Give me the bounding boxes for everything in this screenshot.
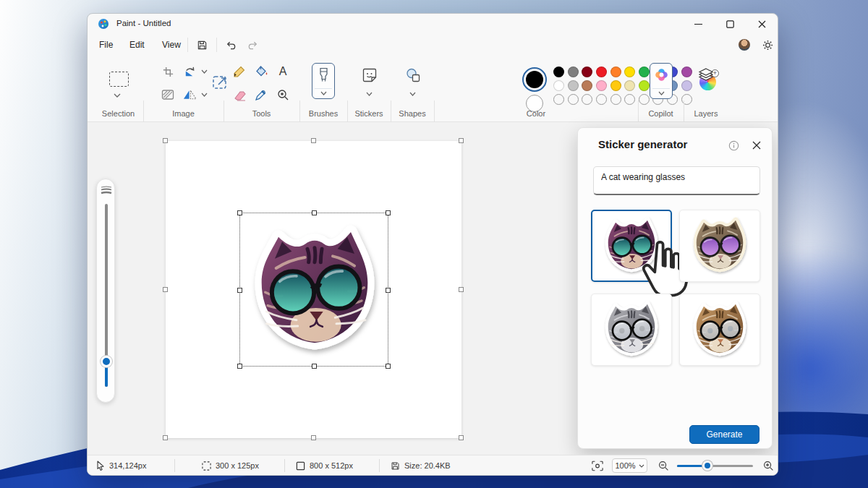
group-brushes: Brushes <box>299 56 347 122</box>
paint-window: Paint - Untitled File Edit View <box>87 13 778 476</box>
file-size-icon <box>391 461 400 471</box>
selection-handle-top-middle[interactable] <box>312 210 317 215</box>
zoom-slider-thumb[interactable] <box>702 461 712 471</box>
account-button[interactable] <box>736 37 753 53</box>
selection-handle-bottom-right[interactable] <box>386 364 391 369</box>
file-size-value: Size: 20.4KB <box>404 461 451 470</box>
group-image: Image <box>143 56 224 122</box>
copilot-chevron-icon[interactable] <box>658 91 665 95</box>
crop-button[interactable] <box>159 63 176 80</box>
zoom-out-button[interactable] <box>658 455 669 476</box>
selection-handle-bottom-left[interactable] <box>237 364 242 369</box>
canvas-handle-bottom-right[interactable] <box>459 435 464 440</box>
selection-chevron-icon[interactable] <box>114 93 121 98</box>
canvas-handle-top-middle[interactable] <box>311 138 316 143</box>
palette-swatch[interactable] <box>553 80 564 91</box>
palette-empty-slot[interactable] <box>553 94 564 105</box>
palette-swatch[interactable] <box>568 67 579 77</box>
selection-tool-button[interactable] <box>104 69 133 89</box>
generate-button[interactable]: Generate <box>689 425 760 444</box>
layers-button[interactable] <box>697 66 715 85</box>
canvas-handle-top-left[interactable] <box>163 138 168 143</box>
canvas-handle-bottom-middle[interactable] <box>311 435 316 440</box>
flip-button[interactable] <box>181 86 198 103</box>
maximize-button[interactable] <box>714 14 746 34</box>
palette-empty-slot[interactable] <box>568 94 579 105</box>
undo-button[interactable] <box>222 37 239 53</box>
pencil-button[interactable] <box>231 63 248 80</box>
selection-handle-top-left[interactable] <box>237 210 242 215</box>
title-bar[interactable]: Paint - Untitled <box>88 14 778 34</box>
palette-swatch[interactable] <box>568 80 579 91</box>
menu-edit[interactable]: Edit <box>122 36 152 53</box>
size-slider-thumb[interactable] <box>101 356 112 367</box>
selection-handle-bottom-middle[interactable] <box>312 364 317 369</box>
palette-empty-slot[interactable] <box>624 94 635 105</box>
palette-swatch[interactable] <box>553 67 564 77</box>
menu-view[interactable]: View <box>155 36 188 53</box>
canvas-handle-middle-right[interactable] <box>459 287 464 292</box>
magnifier-button[interactable] <box>274 86 292 103</box>
menu-file[interactable]: File <box>92 36 120 53</box>
eraser-button[interactable] <box>231 86 248 103</box>
text-tool-button[interactable]: A <box>274 63 292 80</box>
palette-empty-slot[interactable] <box>610 94 621 105</box>
foreground-color-swatch[interactable] <box>526 71 543 88</box>
selection-handle-middle-left[interactable] <box>237 288 242 293</box>
remove-background-button[interactable] <box>159 86 176 103</box>
close-button[interactable] <box>746 14 778 34</box>
selection-handle-top-right[interactable] <box>386 210 391 215</box>
rotate-button[interactable] <box>181 63 198 80</box>
copilot-button[interactable] <box>650 63 673 99</box>
settings-button[interactable] <box>759 37 776 53</box>
stickers-button[interactable] <box>360 66 379 85</box>
zoom-level-dropdown[interactable]: 100% <box>612 458 647 473</box>
zoom-in-button[interactable] <box>763 455 774 476</box>
palette-swatch[interactable] <box>596 80 607 91</box>
eyedropper-button[interactable] <box>252 86 270 103</box>
fill-button[interactable] <box>252 63 270 80</box>
group-tools: A <box>224 56 299 122</box>
shapes-button[interactable] <box>404 66 422 85</box>
canvas-handle-top-right[interactable] <box>459 138 464 143</box>
palette-swatch[interactable] <box>582 67 592 77</box>
canvas-handle-bottom-left[interactable] <box>163 435 168 440</box>
shapes-chevron-icon[interactable] <box>409 92 416 96</box>
sticker-thumbnail[interactable] <box>591 210 672 282</box>
palette-swatch[interactable] <box>582 80 592 91</box>
prompt-input[interactable] <box>593 166 760 195</box>
sticker-thumbnail[interactable] <box>679 294 760 366</box>
stickers-chevron-icon[interactable] <box>366 92 373 96</box>
palette-swatch[interactable] <box>610 80 621 91</box>
brushes-button[interactable] <box>312 63 335 99</box>
info-button[interactable] <box>725 137 742 154</box>
flip-chevron-icon[interactable] <box>201 93 208 97</box>
group-label-layers: Layers <box>684 109 728 118</box>
crop-icon <box>162 66 174 78</box>
palette-swatch[interactable] <box>610 67 621 77</box>
image-size-value: 800 x 512px <box>310 461 353 470</box>
rotate-chevron-icon[interactable] <box>201 69 208 74</box>
redo-button[interactable] <box>244 37 261 53</box>
selection-marquee[interactable] <box>239 213 388 367</box>
info-icon <box>728 140 739 151</box>
palette-empty-slot[interactable] <box>596 94 607 105</box>
canvas-sticker-image[interactable] <box>242 215 387 365</box>
palette-empty-slot[interactable] <box>582 94 592 105</box>
sticker-thumbnail[interactable] <box>591 294 672 366</box>
canvas-handle-middle-left[interactable] <box>163 287 168 292</box>
palette-swatch[interactable] <box>624 67 635 77</box>
thickness-icon <box>101 185 112 195</box>
fit-to-screen-button[interactable] <box>592 455 603 476</box>
selection-icon <box>109 72 129 87</box>
pencil-icon <box>233 65 246 78</box>
selection-handle-middle-right[interactable] <box>386 288 391 293</box>
save-button[interactable] <box>193 37 210 53</box>
sticker-thumbnail[interactable] <box>679 210 760 282</box>
panel-close-button[interactable] <box>748 137 765 154</box>
palette-swatch[interactable] <box>624 80 635 91</box>
zoom-out-icon <box>658 461 669 471</box>
brushes-chevron-icon[interactable] <box>320 91 327 95</box>
palette-swatch[interactable] <box>596 67 607 77</box>
minimize-button[interactable] <box>682 14 714 34</box>
